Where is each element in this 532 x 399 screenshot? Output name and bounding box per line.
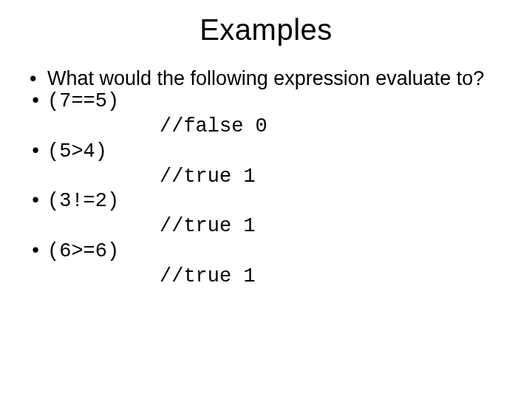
slide-body-cont-3: (6>=6) <box>27 240 505 263</box>
slide-title: Examples <box>27 13 505 47</box>
expr-bullet-2: (3!=2) <box>27 190 505 213</box>
answer-3: //true 1 <box>27 263 505 290</box>
expr-bullet-0: (7==5) <box>27 90 505 113</box>
slide-body: What would the following expression eval… <box>27 67 505 113</box>
expr-bullet-3: (6>=6) <box>27 240 505 263</box>
slide-body-cont-1: (5>4) <box>27 140 505 163</box>
answer-2: //true 1 <box>27 213 505 239</box>
slide: Examples What would the following expres… <box>0 0 532 399</box>
intro-bullet: What would the following expression eval… <box>27 67 505 90</box>
answer-0: //false 0 <box>27 113 505 140</box>
expr-bullet-1: (5>4) <box>27 140 505 163</box>
answer-1: //true 1 <box>27 163 505 190</box>
slide-body-cont-2: (3!=2) <box>27 190 505 213</box>
